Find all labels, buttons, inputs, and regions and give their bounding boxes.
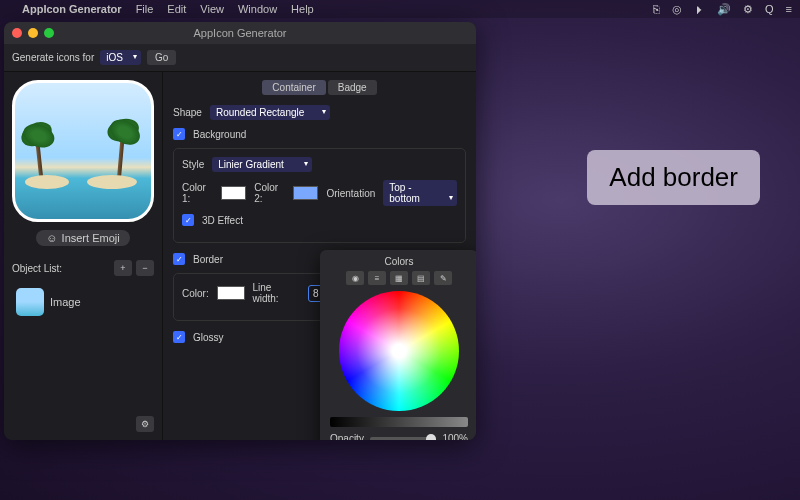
- emoji-icon: ☺: [46, 232, 57, 244]
- style-label: Style: [182, 159, 204, 170]
- glossy-checkbox[interactable]: ✓: [173, 331, 185, 343]
- color-panel-title: Colors: [326, 256, 472, 267]
- background-label: Background: [193, 129, 246, 140]
- color2-label: Color 2:: [254, 182, 285, 204]
- settings-button[interactable]: ⚙: [136, 416, 154, 432]
- platform-select[interactable]: iOS: [100, 50, 141, 65]
- tab-badge[interactable]: Badge: [328, 80, 377, 95]
- object-list-label: Object List:: [12, 263, 62, 274]
- status-icon[interactable]: ⏵: [694, 3, 705, 15]
- color-picker-panel[interactable]: Colors ◉ ≡ ▦ ▤ ✎ Opacity 100% ✎: [320, 250, 476, 440]
- background-group: Style Linier Gradient Color 1: Color 2: …: [173, 148, 466, 243]
- color-wheel[interactable]: [339, 291, 459, 411]
- object-name: Image: [50, 296, 81, 308]
- add-object-button[interactable]: +: [114, 260, 132, 276]
- volume-icon[interactable]: 🔊: [717, 3, 731, 16]
- border-label: Border: [193, 254, 223, 265]
- right-panel: Container Badge Shape Rounded Rectangle …: [162, 72, 476, 440]
- color-mode-spectrum[interactable]: ▤: [412, 271, 430, 285]
- left-panel: ☺Insert Emoji Object List: + − Image ⚙: [4, 72, 162, 440]
- spotlight-icon[interactable]: Q: [765, 3, 774, 15]
- shape-label: Shape: [173, 107, 202, 118]
- insert-emoji-button[interactable]: ☺Insert Emoji: [36, 230, 129, 246]
- menu-help[interactable]: Help: [291, 3, 314, 15]
- remove-object-button[interactable]: −: [136, 260, 154, 276]
- opacity-value: 100%: [442, 433, 468, 440]
- titlebar[interactable]: AppIcon Generator: [4, 22, 476, 44]
- app-window: AppIcon Generator Generate icons for iOS…: [4, 22, 476, 440]
- menubar: AppIcon Generator File Edit View Window …: [0, 0, 800, 18]
- 3d-effect-label: 3D Effect: [202, 215, 243, 226]
- color-mode-sliders[interactable]: ≡: [368, 271, 386, 285]
- border-checkbox[interactable]: ✓: [173, 253, 185, 265]
- tab-container[interactable]: Container: [262, 80, 325, 95]
- tutorial-callout: Add border: [587, 150, 760, 205]
- icon-preview[interactable]: [12, 80, 154, 222]
- status-icon[interactable]: ◎: [672, 3, 682, 16]
- status-icon[interactable]: ⎘: [653, 3, 660, 15]
- color-mode-palette[interactable]: ▦: [390, 271, 408, 285]
- menu-view[interactable]: View: [200, 3, 224, 15]
- menu-icon[interactable]: ≡: [786, 3, 792, 15]
- 3d-effect-checkbox[interactable]: ✓: [182, 214, 194, 226]
- menu-file[interactable]: File: [136, 3, 154, 15]
- toolbar: Generate icons for iOS Go: [4, 44, 476, 72]
- color-mode-pencils[interactable]: ✎: [434, 271, 452, 285]
- brightness-slider[interactable]: [330, 417, 468, 427]
- color-mode-wheel[interactable]: ◉: [346, 271, 364, 285]
- control-center-icon[interactable]: ⚙: [743, 3, 753, 16]
- generate-label: Generate icons for: [12, 52, 94, 63]
- line-width-label: Line width:: [253, 282, 300, 304]
- object-row[interactable]: Image: [12, 284, 154, 320]
- style-select[interactable]: Linier Gradient: [212, 157, 312, 172]
- orientation-select[interactable]: Top - bottom: [383, 180, 457, 206]
- background-checkbox[interactable]: ✓: [173, 128, 185, 140]
- color1-label: Color 1:: [182, 182, 213, 204]
- app-menu[interactable]: AppIcon Generator: [22, 3, 122, 15]
- color2-swatch[interactable]: [293, 186, 318, 200]
- border-color-label: Color:: [182, 288, 209, 299]
- menu-window[interactable]: Window: [238, 3, 277, 15]
- border-color-swatch[interactable]: [217, 286, 245, 300]
- menu-edit[interactable]: Edit: [167, 3, 186, 15]
- window-title: AppIcon Generator: [4, 27, 476, 39]
- glossy-label: Glossy: [193, 332, 224, 343]
- go-button[interactable]: Go: [147, 50, 176, 65]
- shape-select[interactable]: Rounded Rectangle: [210, 105, 330, 120]
- opacity-slider[interactable]: [370, 437, 437, 441]
- color1-swatch[interactable]: [221, 186, 246, 200]
- opacity-label: Opacity: [330, 433, 364, 440]
- object-thumbnail: [16, 288, 44, 316]
- orientation-label: Orientation: [326, 188, 375, 199]
